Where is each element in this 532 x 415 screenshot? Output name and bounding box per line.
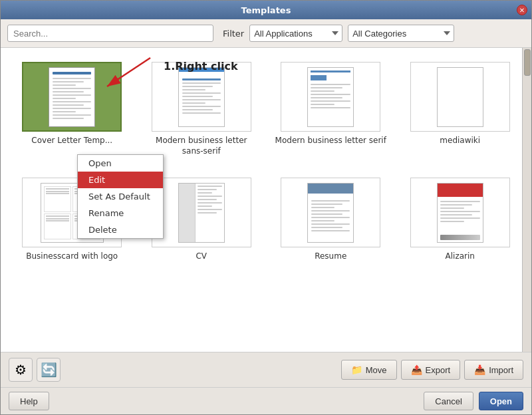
template-label-resume: Resume [315,251,346,262]
context-menu: Open Edit Set As Default Rename Delete [77,154,164,239]
template-thumb-cover-letter [22,62,122,132]
move-icon: 📁 [351,364,362,375]
refresh-icon-button[interactable]: 🔄 [37,358,61,382]
export-icon: 📤 [411,364,422,375]
dialog-title: Templates [241,5,291,15]
move-label: Move [366,365,387,375]
settings-icon-button[interactable]: ⚙ [9,358,33,382]
footer-left: Help [9,392,49,410]
import-button[interactable]: 📥 Import [464,360,523,380]
scrollbar-track[interactable] [522,48,531,352]
context-menu-open[interactable]: Open [78,155,163,172]
export-label: Export [426,365,451,375]
template-item-modern-serif[interactable]: Modern business letter serif [269,58,392,160]
refresh-icon: 🔄 [41,362,57,378]
cancel-button[interactable]: Cancel [424,392,473,410]
search-input[interactable] [7,25,213,42]
bottom-toolbar: ⚙ 🔄 📁 Move 📤 Export 📥 Import [1,352,531,387]
template-label-modern-serif: Modern business letter serif [275,136,386,146]
template-item-mediawiki[interactable]: mediawiki [399,58,522,160]
template-item-resume[interactable]: Resume [269,174,392,266]
move-button[interactable]: 📁 Move [341,360,397,380]
context-menu-set-default[interactable]: Set As Default [78,188,163,205]
footer: Help Cancel Open [1,387,531,414]
template-label-cover-letter: Cover Letter Temp... [31,136,112,146]
context-menu-rename[interactable]: Rename [78,205,163,221]
footer-right: Cancel Open [424,392,523,410]
toolbar: Filter All Applications Writer Calc Impr… [1,19,531,48]
context-menu-edit[interactable]: Edit [78,172,163,188]
template-item-alizarin[interactable]: Alizarin [399,174,522,266]
template-label-modern-sans: Modern business letter sans-serif [144,136,259,156]
filter-categories-select[interactable]: All Categories Business Education Person… [348,25,454,42]
filter-label: Filter [223,29,244,39]
scrollbar-thumb[interactable] [524,49,531,76]
context-menu-delete[interactable]: Delete [78,221,163,238]
template-label-mediawiki: mediawiki [440,136,480,146]
title-bar: Templates ✕ [1,1,531,19]
filter-applications-select[interactable]: All Applications Writer Calc Impress [249,25,342,42]
close-button[interactable]: ✕ [517,5,527,15]
template-label-cv: CV [196,251,207,262]
template-label-businesscard: Businesscard with logo [26,251,118,262]
import-icon: 📥 [474,364,485,375]
gear-icon: ⚙ [15,362,27,378]
help-button[interactable]: Help [9,392,49,410]
content-area: Cover Letter Temp... [1,48,531,352]
template-label-alizarin: Alizarin [446,251,475,262]
template-item-cover-letter[interactable]: Cover Letter Temp... [11,58,134,160]
import-label: Import [489,365,513,375]
export-button[interactable]: 📤 Export [401,360,461,380]
open-button[interactable]: Open [479,392,523,410]
template-item-modern-sans[interactable]: Modern business letter sans-serif [140,58,263,160]
templates-dialog: Templates ✕ Filter All Applications Writ… [0,0,532,415]
